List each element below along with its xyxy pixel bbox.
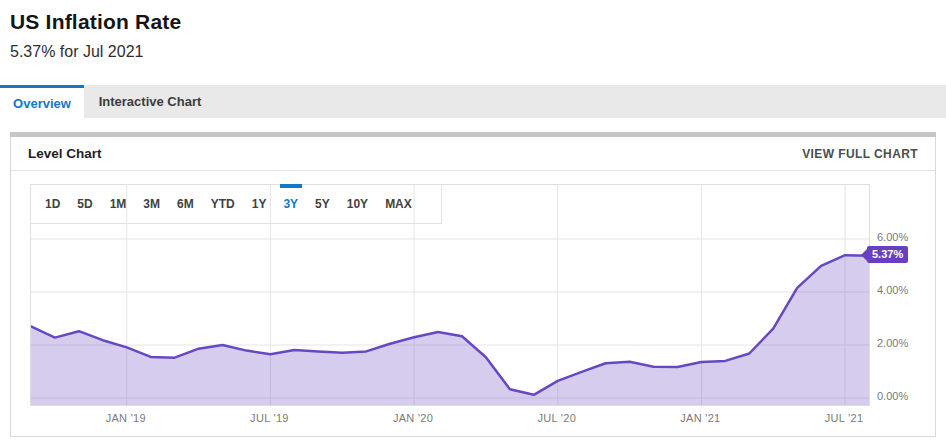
tab-overview[interactable]: Overview [0,85,84,118]
range-option-3y[interactable]: 3Y [283,184,298,224]
range-option-6m[interactable]: 6M [177,184,194,224]
page-subtitle: 5.37% for Jul 2021 [10,43,181,61]
x-axis-label: JAN '20 [393,412,433,424]
range-option-ytd[interactable]: YTD [211,184,235,224]
tabbar: Overview Interactive Chart [0,85,946,118]
card-title: Level Chart [28,146,102,161]
page-header: US Inflation Rate 5.37% for Jul 2021 [10,10,181,61]
card-body: Level Chart VIEW FULL CHART 1D5D1M3M6MYT… [10,137,936,437]
range-option-10y[interactable]: 10Y [347,184,368,224]
range-option-3m[interactable]: 3M [143,184,160,224]
y-axis-label: 2.00% [877,337,908,349]
y-axis-label: 6.00% [877,231,908,243]
range-selector: 1D5D1M3M6MYTD1Y3Y5Y10YMAX [30,184,442,224]
range-option-max[interactable]: MAX [385,184,412,224]
view-full-chart-link[interactable]: VIEW FULL CHART [802,147,918,161]
range-option-5y[interactable]: 5Y [315,184,330,224]
series-area-fill [31,255,869,405]
tab-interactive-chart[interactable]: Interactive Chart [84,85,216,118]
level-chart-card: Level Chart VIEW FULL CHART 1D5D1M3M6MYT… [10,132,936,437]
y-axis-label: 0.00% [877,390,908,402]
card-header: Level Chart VIEW FULL CHART [11,137,935,171]
last-value-badge: 5.37% [867,246,908,263]
range-option-1m[interactable]: 1M [110,184,127,224]
range-option-1y[interactable]: 1Y [252,184,267,224]
x-axis-label: JUL '21 [825,412,864,424]
x-axis-label: JUL '20 [537,412,576,424]
x-axis-label: JAN '19 [106,412,146,424]
range-option-5d[interactable]: 5D [77,184,92,224]
x-axis-label: JAN '21 [680,412,720,424]
level-chart: 1D5D1M3M6MYTD1Y3Y5Y10YMAX 5.37% JAN '19J… [11,171,935,435]
range-option-1d[interactable]: 1D [45,184,60,224]
x-axis-label: JUL '19 [250,412,289,424]
page-title: US Inflation Rate [10,10,181,34]
y-axis-label: 4.00% [877,284,908,296]
